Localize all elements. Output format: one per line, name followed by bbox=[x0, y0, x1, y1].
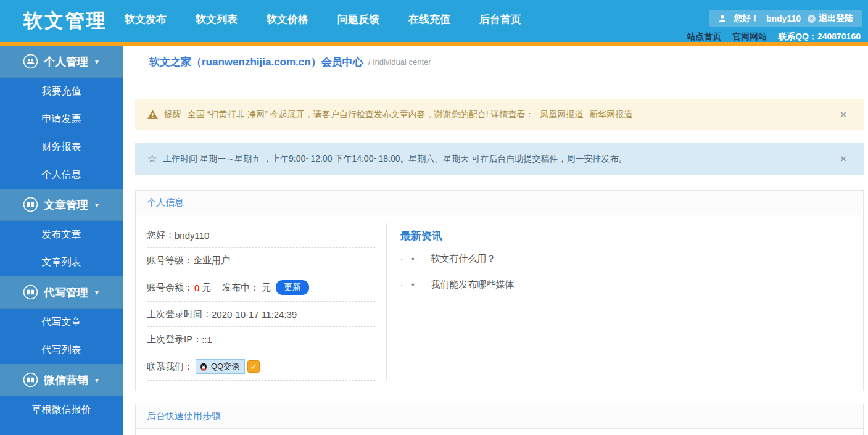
sidebar-item-personal-info[interactable]: 个人信息 bbox=[0, 161, 123, 189]
sidebar-section-label: 代写管理 bbox=[44, 285, 88, 300]
news-item-label: 我们能发布哪些媒体 bbox=[431, 279, 515, 291]
qq-chat-label: QQ交谈 bbox=[211, 361, 239, 372]
sidebar-item-ghostwrite-list[interactable]: 代写列表 bbox=[0, 336, 123, 364]
sidebar-section-wechat[interactable]: 微信营销 ▼ bbox=[0, 364, 123, 396]
balance-value: 0 bbox=[194, 283, 199, 293]
sidebar-item-recharge[interactable]: 我要充值 bbox=[0, 78, 123, 106]
contact-row: 联系我们： QQ交谈 ✓ bbox=[147, 352, 375, 381]
phoenix-report-link[interactable]: 凤凰网报道 bbox=[540, 109, 584, 120]
chevron-down-icon: ▼ bbox=[94, 202, 100, 209]
level-value: 企业用户 bbox=[193, 255, 230, 267]
sidebar-item-ghostwrite-article[interactable]: 代写文章 bbox=[0, 309, 123, 336]
sidebar: 个人管理 ▼ 我要充值 申请发票 财务报表 个人信息 文章管理 ▼ 发布文章 文… bbox=[0, 46, 123, 435]
check-icon: ✓ bbox=[250, 362, 257, 371]
sidebar-item-wechat-pricing[interactable]: 草根微信报价 bbox=[0, 396, 123, 424]
nav-item-price[interactable]: 软文价格 bbox=[267, 12, 308, 27]
user-icon bbox=[718, 14, 727, 23]
login-ip-label: 上次登录IP： bbox=[147, 334, 202, 346]
balance-unit: 元 bbox=[202, 282, 211, 294]
user-pill: 您好！ bndy110 × 退出登陆 bbox=[709, 10, 862, 27]
login-time-value: 2020-10-17 11:24:39 bbox=[212, 309, 297, 320]
close-icon[interactable]: × bbox=[840, 153, 846, 165]
login-time-label: 上次登录时间： bbox=[147, 309, 212, 320]
qq-chat-button[interactable]: QQ交谈 bbox=[196, 359, 245, 374]
sidebar-section-ghostwriting[interactable]: 代写管理 ▼ bbox=[0, 276, 123, 309]
news-item[interactable]: · • 我们能发布哪些媒体 bbox=[400, 271, 696, 297]
official-site-link[interactable]: 官网网站 bbox=[732, 31, 767, 43]
header-sub-links: 站点首页 官网网站 联系QQ：240870160 bbox=[687, 31, 862, 43]
book-icon bbox=[23, 284, 38, 300]
personal-info-panel: 个人信息 您好： bndy110 账号等级： 企业用户 账号余额： 0 元 bbox=[135, 190, 864, 391]
top-nav: 软文发布 软文列表 软文价格 问题反馈 在线充值 后台首页 bbox=[125, 0, 521, 38]
warning-alert: 提醒 全国 “扫黄打非·净网” 今起展开，请客户自行检查发布文章内容，谢谢您的配… bbox=[135, 99, 864, 130]
greeting-text: 您好！ bbox=[734, 13, 759, 24]
sidebar-section-label: 个人管理 bbox=[44, 54, 88, 69]
account-level-row: 账号等级： 企业用户 bbox=[147, 248, 375, 273]
quick-steps-panel: 后台快速使用步骤 Step1：注册账号 注册账号，填写账号、密码、联系方式，点击… bbox=[135, 404, 864, 435]
warning-label: 提醒 bbox=[164, 109, 181, 120]
sidebar-section-personal[interactable]: 个人管理 ▼ bbox=[0, 46, 123, 78]
step-1-row: Step1：注册账号 注册账号，填写账号、密码、联系方式，点击[提交]完成注册 bbox=[136, 429, 863, 435]
contact-label: 联系我们： bbox=[147, 361, 193, 373]
balance-row: 账号余额： 0 元 发布中： 元 更新 bbox=[147, 273, 375, 302]
header-right: 您好！ bndy110 × 退出登陆 站点首页 官网网站 联系QQ：240870… bbox=[687, 0, 862, 43]
top-header: 软文管理 软文发布 软文列表 软文价格 问题反馈 在线充值 后台首页 您好！ b… bbox=[0, 0, 868, 42]
news-item-label: 软文有什么用？ bbox=[431, 253, 496, 265]
username-text: bndy110 bbox=[766, 14, 801, 23]
book-icon bbox=[23, 197, 38, 212]
nav-item-recharge[interactable]: 在线充值 bbox=[408, 12, 450, 27]
sidebar-item-finance-report[interactable]: 财务报表 bbox=[0, 133, 123, 161]
info-text: 工作时间 星期一～星期五 ，上午9:00~12:00 下午14:00~18:00… bbox=[163, 154, 627, 165]
sidebar-section-articles[interactable]: 文章管理 ▼ bbox=[0, 189, 123, 221]
panel-title: 后台快速使用步骤 bbox=[136, 404, 863, 429]
nav-item-publish[interactable]: 软文发布 bbox=[125, 12, 167, 27]
logout-label: 退出登陆 bbox=[819, 13, 853, 24]
chevron-down-icon: ▼ bbox=[94, 377, 100, 384]
last-login-time-row: 上次登录时间： 2020-10-17 11:24:39 bbox=[147, 302, 375, 327]
main-content: 软文之家（ruanwenzhijia.com.cn）会员中心 / Individ… bbox=[123, 46, 868, 435]
page-title: 软文之家（ruanwenzhijia.com.cn）会员中心 bbox=[149, 55, 363, 69]
sidebar-item-article-list[interactable]: 文章列表 bbox=[0, 249, 123, 276]
login-ip-value: ::1 bbox=[202, 334, 212, 345]
publishing-unit: 元 bbox=[262, 282, 271, 294]
app-logo[interactable]: 软文管理 bbox=[0, 0, 107, 42]
chevron-down-icon: ▼ bbox=[94, 289, 100, 296]
close-icon[interactable]: × bbox=[840, 109, 846, 121]
bullet-icon: · • bbox=[400, 254, 418, 263]
warning-text: 全国 “扫黄打非·净网” 今起展开，请客户自行检查发布文章内容，谢谢您的配合! … bbox=[188, 109, 534, 120]
logout-icon: × bbox=[808, 15, 816, 23]
star-icon: ☆ bbox=[147, 152, 157, 165]
profile-details: 您好： bndy110 账号等级： 企业用户 账号余额： 0 元 发布中： 元 … bbox=[147, 223, 375, 381]
publishing-label: 发布中： bbox=[222, 282, 259, 294]
last-login-ip-row: 上次登录IP： ::1 bbox=[147, 327, 375, 352]
greeting-label: 您好： bbox=[147, 230, 175, 241]
qq-certified-badge[interactable]: ✓ bbox=[247, 360, 260, 373]
greeting-row: 您好： bndy110 bbox=[147, 223, 375, 248]
logout-button[interactable]: × 退出登陆 bbox=[808, 13, 853, 24]
page-title-bar: 软文之家（ruanwenzhijia.com.cn）会员中心 / Individ… bbox=[123, 46, 868, 78]
person-icon bbox=[23, 54, 38, 69]
contact-qq-link[interactable]: 联系QQ：240870160 bbox=[778, 31, 861, 43]
qq-penguin-icon bbox=[199, 362, 209, 371]
update-button[interactable]: 更新 bbox=[276, 280, 309, 295]
nav-item-admin-home[interactable]: 后台首页 bbox=[479, 12, 521, 27]
nav-item-list[interactable]: 软文列表 bbox=[196, 12, 238, 27]
balance-label: 账号余额： bbox=[147, 282, 193, 294]
xinhua-report-link[interactable]: 新华网报道 bbox=[590, 109, 633, 120]
nav-item-feedback[interactable]: 问题反馈 bbox=[337, 12, 379, 27]
sidebar-item-publish-article[interactable]: 发布文章 bbox=[0, 221, 123, 249]
sidebar-section-label: 微信营销 bbox=[44, 373, 88, 387]
level-label: 账号等级： bbox=[147, 255, 193, 267]
chevron-down-icon: ▼ bbox=[94, 59, 100, 65]
sidebar-item-invoice[interactable]: 申请发票 bbox=[0, 106, 123, 133]
bullet-icon: · • bbox=[400, 280, 418, 289]
latest-news: 最新资讯 · • 软文有什么用？ · • 我们能发布哪些媒体 bbox=[386, 223, 863, 381]
news-item[interactable]: · • 软文有什么用？ bbox=[400, 246, 696, 271]
page-subtitle: / Individual center bbox=[368, 57, 431, 67]
sidebar-section-label: 文章管理 bbox=[44, 197, 88, 212]
panel-title: 个人信息 bbox=[136, 191, 863, 215]
warning-icon bbox=[147, 110, 158, 119]
site-home-link[interactable]: 站点首页 bbox=[687, 31, 721, 43]
info-alert: ☆ 工作时间 星期一～星期五 ，上午9:00~12:00 下午14:00~18:… bbox=[135, 143, 864, 175]
news-title: 最新资讯 bbox=[400, 223, 863, 246]
